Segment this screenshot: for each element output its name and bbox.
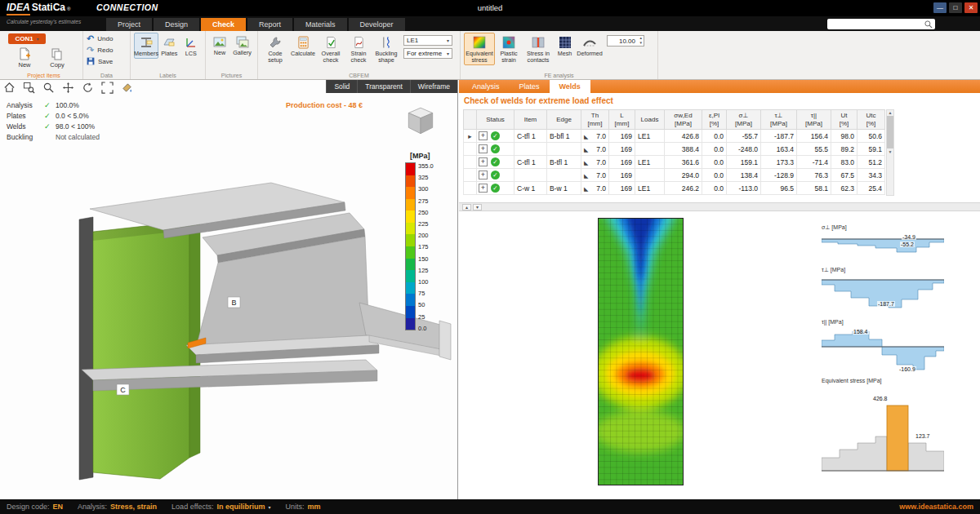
redo-button[interactable]: ↷Redo (87, 44, 127, 55)
expand-row-button[interactable]: + (479, 144, 488, 153)
zoom-window-icon[interactable] (23, 82, 35, 94)
collapse-down-icon[interactable]: ▾ (473, 204, 482, 210)
column-header[interactable] (464, 110, 477, 130)
member-label-column[interactable]: C (117, 384, 129, 395)
connection-item-button[interactable]: CON1 ▾ (8, 33, 46, 44)
strain-check-button[interactable]: Strain check (345, 33, 372, 65)
column-header[interactable]: Status (477, 110, 514, 130)
column-header[interactable]: τ||[MPa] (797, 110, 831, 130)
scroll-up-icon[interactable]: ▲ (889, 110, 893, 115)
panel-tab-plates[interactable]: Plates (510, 80, 550, 93)
statusbar-item[interactable]: Units:mm (286, 503, 321, 511)
stress-in-contacts-toggle[interactable]: Stress in contacts (523, 33, 554, 65)
labels-lcs-toggle[interactable]: LCS (180, 33, 203, 59)
ribbon-group-labels: Members Plates LCS Labels (131, 31, 206, 79)
code-setup-button[interactable]: Code setup (261, 33, 289, 65)
extreme-filter-select[interactable]: For extreme▾ (403, 48, 452, 59)
buckling-shape-button[interactable]: Buckling shape (372, 33, 400, 65)
status-check-icon: ✓ (44, 101, 56, 109)
model-3d[interactable]: B C (0, 94, 458, 499)
zoom-fit-icon[interactable] (101, 82, 114, 94)
tau-par-chart (822, 327, 944, 373)
home-view-icon[interactable] (3, 82, 16, 94)
column-header[interactable]: σ⊥[MPa] (727, 110, 761, 130)
weld-stress-contour-plot[interactable] (598, 218, 684, 489)
expand-row-button[interactable]: + (479, 131, 488, 140)
column-header[interactable]: Th[mm] (581, 110, 609, 130)
ribbon-tab-design[interactable]: Design (154, 18, 199, 31)
undo-button[interactable]: ↶Undo (87, 33, 127, 44)
view-mode-transparent[interactable]: Transparent (357, 80, 410, 93)
paint-settings-icon[interactable] (121, 82, 133, 94)
statusbar-item[interactable]: Analysis:Stress, strain (78, 503, 157, 511)
website-link[interactable]: www.ideastatica.com (899, 503, 973, 511)
scroll-down-icon[interactable]: ▼ (889, 149, 893, 154)
scrollbar-thumb[interactable] (887, 116, 893, 148)
panel-tab-analysis[interactable]: Analysis (462, 80, 510, 93)
weld-table-row[interactable]: +✓◣7.0169294.00.0138.4-128.976.367.534.3 (464, 169, 885, 182)
column-header[interactable]: Item (514, 110, 547, 130)
copy-item-button[interactable]: Copy (41, 46, 74, 69)
logo-statica-text: StatiCa (32, 2, 65, 13)
deformed-toggle[interactable]: Deformed (576, 33, 604, 65)
column-header[interactable]: τ⊥[MPa] (761, 110, 797, 130)
weld-table-row[interactable]: +✓C-tfl 1B-tfl 1◣7.0169LE1361.60.0159.11… (464, 156, 885, 169)
search-box[interactable] (827, 19, 935, 29)
view-mode-wireframe[interactable]: Wireframe (410, 80, 457, 93)
new-picture-button[interactable]: New (209, 33, 230, 58)
statusbar-item[interactable]: Design code:EN (7, 503, 63, 511)
expand-row-button[interactable]: + (479, 184, 488, 193)
search-input[interactable] (827, 20, 924, 28)
column-header[interactable]: L[mm] (609, 110, 635, 130)
column-header[interactable]: Edge (547, 110, 581, 130)
table-scrollbar[interactable]: ▲ ▼ (886, 109, 894, 196)
navigation-cube[interactable] (403, 104, 438, 139)
ribbon-tab-developer[interactable]: Developer (349, 18, 405, 31)
zoom-icon[interactable] (42, 82, 55, 94)
weld-table-row[interactable]: ▸+✓C-tfl 1B-bfl 1◣7.0169LE1426.80.0-55.7… (464, 130, 885, 143)
column-header[interactable]: σw,Ed[MPa] (665, 110, 702, 130)
rotate-view-icon[interactable] (82, 82, 94, 94)
new-picture-icon (213, 36, 226, 48)
cell-l: 169 (609, 130, 635, 143)
equivalent-stress-toggle[interactable]: Equivalent stress (464, 33, 495, 65)
minimize-button[interactable]: — (933, 2, 947, 13)
ribbon-tab-project[interactable]: Project (106, 18, 152, 31)
expand-row-button[interactable]: + (479, 171, 488, 179)
column-header[interactable]: Loads (635, 110, 665, 130)
column-header[interactable]: Ut[%] (831, 110, 858, 130)
panel-tab-welds[interactable]: Welds (550, 80, 590, 93)
cell-th: ◣7.0 (581, 169, 609, 182)
column-header[interactable]: ε,Pl[%] (702, 110, 727, 130)
column-header[interactable]: Utc[%] (858, 110, 885, 130)
panel-splitter[interactable]: ▴ ▾ (459, 202, 980, 211)
labels-plates-toggle[interactable]: Plates (158, 33, 180, 59)
spinner-arrows-icon[interactable]: ▲▼ (639, 36, 643, 46)
close-button[interactable]: ✕ (964, 2, 978, 13)
ribbon-tab-report[interactable]: Report (247, 18, 292, 31)
expand-row-button[interactable]: + (479, 157, 488, 166)
deformed-scale-spinner[interactable]: 10.00 ▲▼ (607, 35, 644, 47)
cell-epl: 0.0 (702, 156, 727, 169)
weld-table-row[interactable]: +✓◣7.0169388.40.0-248.0163.455.589.259.1 (464, 143, 885, 156)
pan-icon[interactable] (62, 82, 74, 94)
view-mode-solid[interactable]: Solid (326, 80, 357, 93)
labels-members-toggle[interactable]: Members (134, 33, 158, 59)
mesh-toggle[interactable]: Mesh (554, 33, 576, 65)
statusbar-item[interactable]: Load effects:In equilibrium▾ (172, 503, 270, 511)
weld-table-row[interactable]: +✓C-w 1B-w 1◣7.0169LE1246.20.0-113.096.5… (464, 182, 885, 195)
ribbon-tab-materials[interactable]: Materials (294, 18, 347, 31)
maximize-button[interactable]: □ (949, 2, 962, 13)
gallery-button[interactable]: Gallery (230, 33, 254, 58)
load-effect-select[interactable]: LE1▾ (403, 35, 452, 46)
member-label-beam[interactable]: B (228, 297, 240, 308)
save-button[interactable]: Save (87, 55, 127, 67)
new-item-button[interactable]: New (8, 46, 41, 69)
viewport-3d[interactable]: SolidTransparentWireframe Analysis✓100.0… (0, 80, 458, 499)
chevron-down-icon: ▾ (447, 38, 449, 43)
calculate-button[interactable]: Calculate (289, 33, 317, 65)
ribbon-tab-check[interactable]: Check (201, 18, 246, 31)
overall-check-button[interactable]: Overall check (317, 33, 345, 65)
plastic-strain-toggle[interactable]: Plastic strain (495, 33, 523, 65)
collapse-up-icon[interactable]: ▴ (462, 204, 471, 210)
